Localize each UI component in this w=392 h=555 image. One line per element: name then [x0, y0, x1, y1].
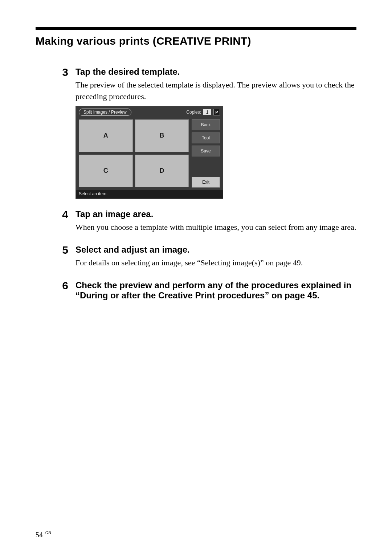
step-number: 5	[36, 245, 75, 272]
screenshot-header: Split Images / Preview Copies: 1 P	[76, 106, 223, 118]
screenshot-status: Select an item.	[76, 190, 223, 199]
exit-button[interactable]: Exit	[192, 177, 220, 188]
image-area-a[interactable]: A	[79, 119, 133, 152]
template-grid: A B C D	[79, 119, 189, 188]
tool-button[interactable]: Tool	[192, 132, 220, 143]
page-region: GB	[45, 530, 51, 535]
step-3: 3 Tap the desired template. The preview …	[36, 67, 356, 199]
step-heading: Tap an image area.	[75, 209, 356, 219]
copies-label: Copies:	[186, 110, 201, 115]
step-heading: Check the preview and perform any of the…	[75, 280, 356, 301]
section-title: Making various prints (CREATIVE PRINT)	[36, 35, 356, 47]
step-description: For details on selecting an image, see “…	[75, 257, 356, 269]
copies-value[interactable]: 1	[203, 109, 211, 115]
header-rule	[36, 27, 356, 30]
step-5: 5 Select and adjust an image. For detail…	[36, 245, 356, 272]
step-number: 3	[36, 67, 75, 199]
step-6: 6 Check the preview and perform any of t…	[36, 280, 356, 303]
step-number: 4	[36, 209, 75, 237]
p-badge-icon: P	[213, 109, 220, 115]
step-description: The preview of the selected template is …	[75, 79, 356, 102]
step-number: 6	[36, 280, 75, 303]
screenshot-main: A B C D Back Tool Save Exit	[76, 118, 223, 188]
step-body: Tap an image area. When you choose a tem…	[75, 209, 356, 237]
image-area-b[interactable]: B	[135, 119, 189, 152]
step-description: When you choose a template with multiple…	[75, 221, 356, 233]
step-body: Select and adjust an image. For details …	[75, 245, 356, 272]
back-button[interactable]: Back	[192, 119, 220, 130]
step-heading: Select and adjust an image.	[75, 245, 356, 255]
step-body: Tap the desired template. The preview of…	[75, 67, 356, 199]
preview-screenshot: Split Images / Preview Copies: 1 P A B C…	[75, 106, 223, 199]
save-button[interactable]: Save	[192, 146, 220, 156]
step-4: 4 Tap an image area. When you choose a t…	[36, 209, 356, 237]
page-footer: 54 GB	[36, 530, 51, 539]
step-body: Check the preview and perform any of the…	[75, 280, 356, 303]
step-heading: Tap the desired template.	[75, 67, 356, 77]
side-buttons: Back Tool Save Exit	[192, 119, 220, 188]
image-area-d[interactable]: D	[135, 155, 189, 187]
page-number: 54	[36, 531, 43, 539]
screen-tab-split-images[interactable]: Split Images / Preview	[79, 109, 131, 116]
image-area-c[interactable]: C	[79, 155, 133, 187]
